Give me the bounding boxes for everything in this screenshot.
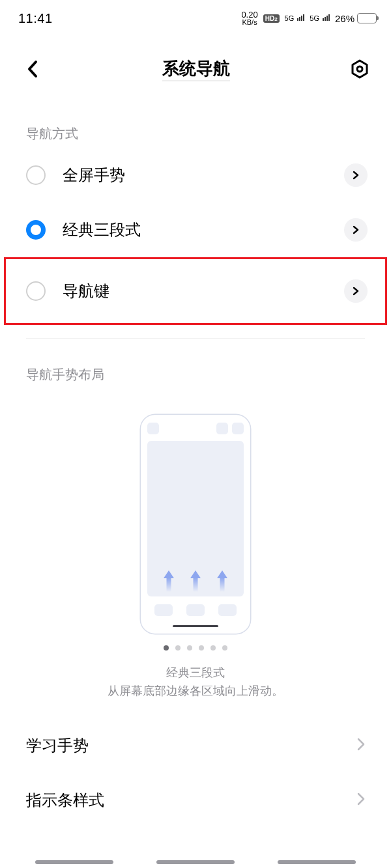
gesture-layout-section-title: 导航手势布局 [0, 352, 391, 389]
system-nav-bar[interactable] [0, 860, 391, 864]
option-classic-three-section[interactable]: 经典三段式 [0, 203, 391, 257]
row-learn-gestures[interactable]: 学习手势 [0, 718, 391, 773]
option-label: 全屏手势 [63, 165, 344, 186]
radio-selected-icon [26, 220, 46, 240]
chevron-right-icon[interactable] [344, 279, 368, 303]
battery-indicator: 26% [335, 13, 377, 24]
radio-icon [26, 165, 46, 185]
page-title: 系统导航 [162, 57, 230, 81]
status-bar: 11:41 0.20 KB/s HD2 5G 5G 26% [0, 0, 391, 36]
app-header: 系统导航 [0, 36, 391, 102]
row-label: 指示条样式 [26, 790, 104, 811]
svg-point-1 [357, 66, 362, 72]
chevron-right-icon [357, 792, 365, 808]
nav-pill[interactable] [278, 860, 356, 864]
network-speed: 0.20 KB/s [241, 10, 257, 26]
arrow-up-icon [190, 570, 201, 593]
option-navigation-keys[interactable]: 导航键 [0, 257, 391, 325]
chevron-right-icon[interactable] [344, 218, 368, 242]
nav-pill[interactable] [156, 860, 235, 864]
option-label: 经典三段式 [63, 219, 344, 240]
phone-preview-illustration [141, 415, 250, 634]
dot [199, 645, 204, 651]
gesture-preview[interactable]: 经典三段式 从屏幕底部边缘各区域向上滑动。 [0, 389, 391, 699]
svg-marker-0 [353, 61, 367, 77]
option-fullscreen-gesture[interactable]: 全屏手势 [0, 148, 391, 203]
page-dots[interactable] [0, 645, 391, 651]
back-button[interactable] [20, 56, 46, 82]
nav-method-section-title: 导航方式 [0, 102, 391, 148]
divider [26, 338, 365, 339]
chevron-right-icon [357, 738, 365, 753]
dot [210, 645, 216, 651]
arrow-up-icon [164, 570, 174, 593]
row-label: 学习手势 [26, 735, 89, 756]
dot [187, 645, 192, 651]
dot [222, 645, 227, 651]
signal-2: 5G [310, 14, 330, 22]
dot [175, 645, 181, 651]
signal-1: 5G [285, 14, 305, 22]
radio-icon [26, 281, 46, 301]
chevron-right-icon[interactable] [344, 163, 368, 187]
nav-pill[interactable] [35, 860, 113, 864]
gear-icon [350, 59, 369, 79]
preview-title: 经典三段式 [0, 665, 391, 680]
row-indicator-style[interactable]: 指示条样式 [0, 773, 391, 828]
arrow-up-icon [217, 570, 227, 593]
status-time: 11:41 [18, 11, 53, 26]
option-label: 导航键 [63, 281, 344, 301]
chevron-left-icon [26, 60, 39, 78]
settings-button[interactable] [347, 56, 373, 82]
preview-subtitle: 从屏幕底部边缘各区域向上滑动。 [0, 683, 391, 699]
status-right: 0.20 KB/s HD2 5G 5G 26% [241, 10, 377, 26]
dot-active [164, 645, 169, 651]
hd-badge-icon: HD2 [263, 14, 280, 23]
